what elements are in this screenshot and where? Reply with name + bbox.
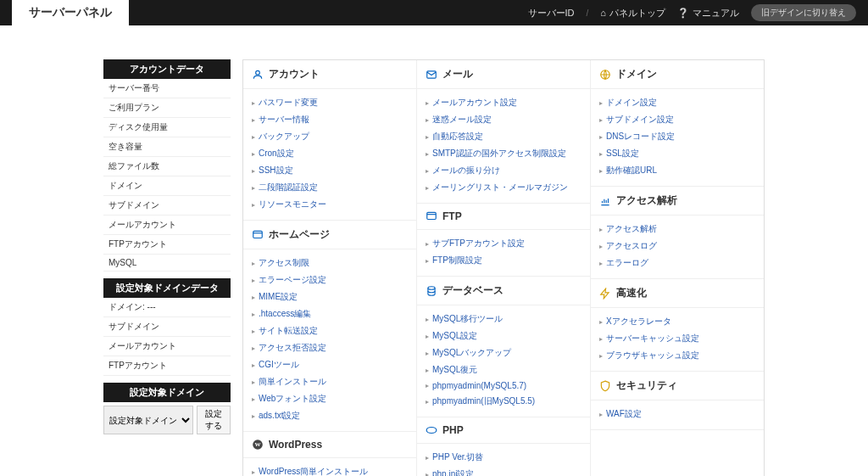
link-homepage-6[interactable]: CGIツール <box>252 356 408 373</box>
access-icon <box>599 195 611 207</box>
card-speed: 高速化Xアクセラレータサーバーキャッシュ設定ブラウザキャッシュ設定 <box>591 279 764 372</box>
homepage-icon <box>252 229 264 241</box>
link-account-3[interactable]: Cron設定 <box>252 145 408 162</box>
side-row: ドメイン: --- <box>103 298 231 317</box>
domain-data-head: 設定対象ドメインデータ <box>103 278 231 298</box>
link-homepage-9[interactable]: ads.txt設定 <box>252 407 408 424</box>
link-mail-3[interactable]: SMTP認証の国外アクセス制限設定 <box>426 145 581 162</box>
link-wordpress-0[interactable]: WordPress簡単インストール <box>252 463 408 476</box>
link-php-1[interactable]: php.ini設定 <box>426 466 581 476</box>
help-icon: ❔ <box>677 8 689 19</box>
link-database-1[interactable]: MySQL設定 <box>426 328 581 344</box>
side-row: ディスク使用量 <box>103 118 231 137</box>
card-head-php: PHP <box>417 417 590 444</box>
link-homepage-1[interactable]: エラーページ設定 <box>252 272 408 288</box>
link-speed-0[interactable]: Xアクセラレータ <box>599 313 755 330</box>
link-homepage-7[interactable]: 簡単インストール <box>252 373 408 390</box>
side-row: サーバー番号 <box>103 79 231 98</box>
link-account-2[interactable]: バックアップ <box>252 128 408 145</box>
link-ftp-1[interactable]: FTP制限設定 <box>426 252 581 269</box>
mail-icon <box>426 69 437 81</box>
card-head-security: セキュリティ <box>591 372 764 400</box>
side-row: FTPアカウント <box>103 235 231 255</box>
link-mail-2[interactable]: 自動応答設定 <box>426 128 581 145</box>
svg-rect-1 <box>253 231 263 238</box>
link-access-1[interactable]: アクセスログ <box>599 238 755 255</box>
target-domain-head: 設定対象ドメイン <box>103 383 231 402</box>
card-database: データベースMySQL移行ツールMySQL設定MySQLバックアップMySQL復… <box>417 277 590 417</box>
link-domain-3[interactable]: SSL設定 <box>599 145 755 162</box>
domain-select[interactable]: 設定対象ドメイン <box>103 406 193 434</box>
link-domain-2[interactable]: DNSレコード設定 <box>599 128 755 145</box>
wordpress-icon: W <box>252 439 264 451</box>
link-database-2[interactable]: MySQLバックアップ <box>426 344 581 361</box>
link-account-4[interactable]: SSH設定 <box>252 162 408 179</box>
card-head-wordpress: WWordPress <box>243 432 416 458</box>
link-domain-4[interactable]: 動作確認URL <box>599 162 755 179</box>
link-access-2[interactable]: エラーログ <box>599 255 755 272</box>
side-row: サブドメイン <box>103 196 231 216</box>
link-domain-1[interactable]: サブドメイン設定 <box>599 111 755 128</box>
svg-point-7 <box>426 428 437 434</box>
side-row: メールアカウント <box>103 337 231 356</box>
side-row: 空き容量 <box>103 137 231 157</box>
main-grid: アカウントパスワード変更サーバー情報バックアップCron設定SSH設定二段階認証… <box>242 59 765 476</box>
link-account-6[interactable]: リソースモニター <box>252 196 408 213</box>
link-database-3[interactable]: MySQL復元 <box>426 361 581 378</box>
side-row: FTPアカウント <box>103 356 231 376</box>
card-ftp: FTPサブFTPアカウント設定FTP制限設定 <box>417 204 590 277</box>
card-head-speed: 高速化 <box>591 279 764 308</box>
svg-rect-5 <box>427 212 437 219</box>
link-access-0[interactable]: アクセス解析 <box>599 221 755 238</box>
link-account-5[interactable]: 二段階認証設定 <box>252 179 408 196</box>
link-domain-0[interactable]: ドメイン設定 <box>599 94 755 111</box>
server-id-label: サーバーID <box>528 7 575 20</box>
domain-set-button[interactable]: 設定する <box>197 406 231 434</box>
link-mail-5[interactable]: メーリングリスト・メールマガジン <box>426 179 581 196</box>
account-data-head: アカウントデータ <box>103 59 231 79</box>
card-php: PHPPHP Ver.切替php.ini設定 <box>417 417 590 476</box>
card-head-mail: メール <box>417 60 590 89</box>
link-speed-2[interactable]: ブラウザキャッシュ設定 <box>599 347 755 364</box>
link-mail-4[interactable]: メールの振り分け <box>426 162 581 179</box>
link-security-0[interactable]: WAF設定 <box>599 406 755 423</box>
card-head-account: アカウント <box>243 60 416 89</box>
link-mail-1[interactable]: 迷惑メール設定 <box>426 111 581 128</box>
card-access: アクセス解析アクセス解析アクセスログエラーログ <box>591 187 764 279</box>
link-php-0[interactable]: PHP Ver.切替 <box>426 449 581 466</box>
card-wordpress: WWordPressWordPress簡単インストールWordPress簡単移行… <box>243 432 416 476</box>
link-homepage-2[interactable]: MIME設定 <box>252 288 408 305</box>
link-ftp-0[interactable]: サブFTPアカウント設定 <box>426 235 581 252</box>
card-domain: ドメインドメイン設定サブドメイン設定DNSレコード設定SSL設定動作確認URL <box>591 60 764 187</box>
link-speed-1[interactable]: サーバーキャッシュ設定 <box>599 330 755 347</box>
link-homepage-3[interactable]: .htaccess編集 <box>252 305 408 322</box>
card-head-domain: ドメイン <box>591 60 764 89</box>
link-database-4[interactable]: phpmyadmin(MySQL5.7) <box>426 378 581 393</box>
svg-point-6 <box>428 286 435 289</box>
side-row: メールアカウント <box>103 216 231 235</box>
link-account-1[interactable]: サーバー情報 <box>252 111 408 128</box>
link-database-5[interactable]: phpmyadmin(旧MySQL5.5) <box>426 393 581 410</box>
card-head-database: データベース <box>417 277 590 305</box>
panel-top-link[interactable]: ⌂パネルトップ <box>600 7 665 20</box>
link-homepage-8[interactable]: Webフォント設定 <box>252 390 408 407</box>
card-mail: メールメールアカウント設定迷惑メール設定自動応答設定SMTP認証の国外アクセス制… <box>417 60 590 204</box>
home-icon: ⌂ <box>600 8 606 18</box>
svg-point-0 <box>256 70 260 75</box>
link-homepage-4[interactable]: サイト転送設定 <box>252 322 408 339</box>
card-head-access: アクセス解析 <box>591 187 764 216</box>
manual-link[interactable]: ❔マニュアル <box>677 7 739 20</box>
link-homepage-5[interactable]: アクセス拒否設定 <box>252 339 408 356</box>
link-homepage-0[interactable]: アクセス制限 <box>252 255 408 272</box>
brand-title: サーバーパネル <box>12 0 129 27</box>
link-mail-0[interactable]: メールアカウント設定 <box>426 94 581 111</box>
card-security: セキュリティWAF設定 <box>591 372 764 430</box>
link-account-0[interactable]: パスワード変更 <box>252 94 408 111</box>
php-icon <box>426 424 437 436</box>
link-database-0[interactable]: MySQL移行ツール <box>426 311 581 328</box>
old-design-toggle[interactable]: 旧デザインに切り替え <box>751 4 856 21</box>
speed-icon <box>599 288 611 300</box>
card-account: アカウントパスワード変更サーバー情報バックアップCron設定SSH設定二段階認証… <box>243 60 416 221</box>
database-icon <box>426 285 437 297</box>
sidebar: アカウントデータ サーバー番号ご利用プランディスク使用量空き容量総ファイル数ドメ… <box>103 59 231 476</box>
